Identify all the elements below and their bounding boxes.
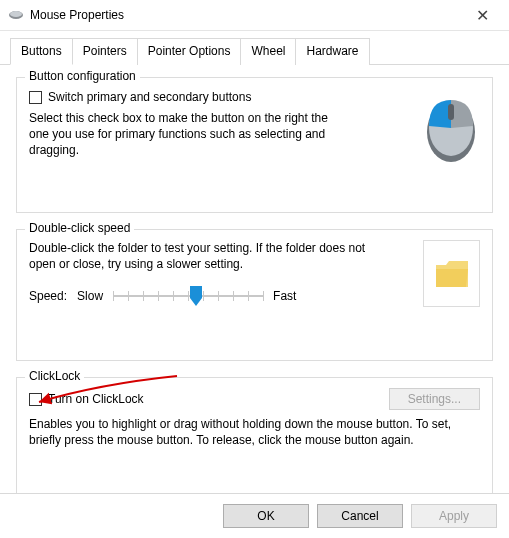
group-double-click-speed: Double-click speed Double-click the fold… bbox=[16, 229, 493, 361]
fast-label: Fast bbox=[273, 289, 296, 303]
tab-row: Buttons Pointers Pointer Options Wheel H… bbox=[0, 31, 509, 65]
switch-buttons-label: Switch primary and secondary buttons bbox=[48, 90, 251, 104]
double-click-test-folder[interactable] bbox=[423, 240, 480, 307]
switch-buttons-description: Select this check box to make the button… bbox=[29, 110, 349, 159]
tab-pointer-options[interactable]: Pointer Options bbox=[137, 38, 242, 65]
folder-icon bbox=[434, 259, 470, 289]
tab-wheel[interactable]: Wheel bbox=[240, 38, 296, 65]
group-button-configuration: Button configuration Switch primary and … bbox=[16, 77, 493, 213]
tab-buttons[interactable]: Buttons bbox=[10, 38, 73, 65]
clicklock-label: Turn on ClickLock bbox=[48, 392, 144, 406]
cancel-button[interactable]: Cancel bbox=[317, 504, 403, 528]
close-icon[interactable]: ✕ bbox=[464, 6, 501, 25]
window-title: Mouse Properties bbox=[30, 8, 124, 22]
double-click-speed-slider[interactable] bbox=[113, 284, 263, 308]
tab-hardware[interactable]: Hardware bbox=[295, 38, 369, 65]
speed-label: Speed: bbox=[29, 289, 67, 303]
tab-pointers[interactable]: Pointers bbox=[72, 38, 138, 65]
apply-button: Apply bbox=[411, 504, 497, 528]
clicklock-settings-button: Settings... bbox=[389, 388, 480, 410]
ok-button[interactable]: OK bbox=[223, 504, 309, 528]
switch-buttons-checkbox[interactable] bbox=[29, 91, 42, 104]
clicklock-description: Enables you to highlight or drag without… bbox=[29, 416, 469, 448]
tab-content: Button configuration Switch primary and … bbox=[0, 65, 509, 529]
group-title: Double-click speed bbox=[25, 221, 134, 235]
clicklock-checkbox[interactable] bbox=[29, 393, 42, 406]
dialog-button-bar: OK Cancel Apply bbox=[0, 493, 509, 538]
group-clicklock: ClickLock Turn on ClickLock Settings... … bbox=[16, 377, 493, 501]
slow-label: Slow bbox=[77, 289, 103, 303]
group-title: ClickLock bbox=[25, 369, 84, 383]
svg-point-1 bbox=[10, 11, 22, 17]
slider-thumb[interactable] bbox=[190, 286, 202, 306]
svg-rect-4 bbox=[448, 104, 454, 120]
double-click-description: Double-click the folder to test your set… bbox=[29, 240, 369, 272]
mouse-icon bbox=[8, 9, 24, 21]
mouse-properties-window: Mouse Properties ✕ Buttons Pointers Poin… bbox=[0, 0, 509, 538]
group-title: Button configuration bbox=[25, 69, 140, 83]
title-bar: Mouse Properties ✕ bbox=[0, 0, 509, 31]
mouse-illustration bbox=[422, 88, 480, 166]
